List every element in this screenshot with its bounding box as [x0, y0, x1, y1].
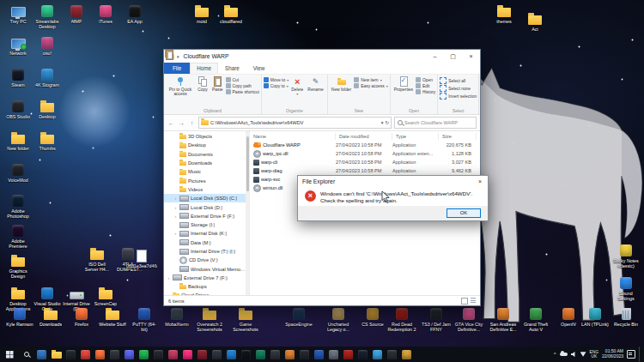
- back-icon[interactable]: ←: [167, 120, 175, 126]
- file-row-warp-diag[interactable]: warp-diag27/04/2023 10:58 PMApplication9…: [250, 166, 480, 175]
- taskbar-app-file-explorer[interactable]: [49, 347, 64, 362]
- taskbar-app-app-17[interactable]: [385, 347, 399, 362]
- volume-icon[interactable]: [571, 352, 577, 357]
- sidebar-item-internal-disk-k[interactable]: ›Internal Disk (K:): [164, 229, 246, 238]
- column-header-date-modified[interactable]: Date modified: [336, 133, 392, 140]
- desktop-icon-aimp[interactable]: AIMP: [62, 4, 91, 24]
- ribbon-button-paste[interactable]: Paste: [210, 75, 225, 108]
- taskbar-app-app-18[interactable]: [399, 347, 414, 362]
- file-row-cloudflare-warp[interactable]: Cloudflare WARP27/04/2023 10:58 PMApplic…: [250, 141, 480, 149]
- sidebar-item-windows-virtual-memory-j[interactable]: Windows Virtual Memory (J:): [164, 264, 246, 273]
- maximize-button[interactable]: ▢: [444, 50, 462, 63]
- sidebar-item-data-m[interactable]: Data (M:): [164, 238, 246, 247]
- scrollbar-thumb[interactable]: [246, 136, 249, 191]
- sidebar-item-storage-i[interactable]: Storage (I:): [164, 220, 246, 229]
- taskbar-app-edge[interactable]: [34, 347, 49, 362]
- desktop-icon-adobe-premiere[interactable]: Adobe Premiere: [3, 224, 33, 249]
- ribbon-button-invert-selection[interactable]: Invert selection: [440, 93, 477, 100]
- ribbon-button-pin-to-quick-access[interactable]: Pin to Quick access: [166, 75, 195, 108]
- desktop-icon-motd[interactable]: motd: [187, 4, 216, 24]
- ribbon-button-select-none[interactable]: Select none: [440, 85, 477, 92]
- desktop-icon-cs-source[interactable]: CS Source: [358, 307, 387, 327]
- desktop-icon-overwatch-2-screenshots[interactable]: Overwatch 2 Screenshots: [195, 307, 224, 332]
- tab-home[interactable]: Home: [190, 63, 218, 74]
- up-icon[interactable]: ↑: [188, 120, 196, 126]
- sidebar-item-internal-drive-t-i[interactable]: Internal Drive (T:) (I:): [164, 247, 246, 256]
- sidebar-item-desktop[interactable]: Desktop: [164, 141, 246, 149]
- ribbon-button-open[interactable]: Open: [416, 77, 435, 82]
- desktop-icon-ts3-def-jam-ffny[interactable]: TS3 / Def Jam FFNY: [422, 307, 451, 332]
- sidebar-item-3d-objects[interactable]: 3D Objects: [164, 132, 246, 141]
- explorer-titlebar[interactable]: ▾ Cloudflare WARP – ▢ ×: [164, 50, 480, 63]
- desktop-icon-san-andreas-definitive-e[interactable]: San Andreas Definitive E...: [489, 307, 518, 332]
- desktop-icon-red-dead-redemption-2[interactable]: Red Dead Redemption 2: [387, 307, 416, 332]
- forward-icon[interactable]: →: [178, 120, 185, 126]
- desktop-icon-downloads[interactable]: Downloads: [36, 307, 65, 327]
- taskbar-app-steam[interactable]: [355, 347, 370, 362]
- taskbar-app-app-7[interactable]: [210, 347, 224, 362]
- taskbar-app-app-12[interactable]: [297, 347, 312, 362]
- taskbar-app-app-14[interactable]: [326, 347, 341, 362]
- desktop-icon-voicemod[interactable]: VoiceMod: [3, 163, 33, 183]
- column-header-name[interactable]: Name: [250, 133, 336, 140]
- tab-view[interactable]: View: [246, 63, 272, 74]
- desktop-icon-trey-pc[interactable]: Trey PC: [3, 4, 33, 24]
- start-button[interactable]: [0, 347, 19, 362]
- taskbar-app-app-1[interactable]: [64, 347, 78, 362]
- desktop-icon-screencap[interactable]: ScreenCap: [91, 287, 120, 306]
- desktop-icon-steam[interactable]: Steam: [3, 68, 33, 87]
- sidebar-item-cd-drive-v[interactable]: CD Drive (V:): [164, 256, 246, 264]
- desktop-icon-itunes[interactable]: iTunes: [91, 4, 120, 24]
- taskbar-app-app-8[interactable]: [239, 347, 253, 362]
- desktop-icon-adobe-photoshop[interactable]: Adobe Photoshop: [3, 194, 33, 219]
- desktop-icon-new-folder[interactable]: New folder: [3, 131, 33, 151]
- ribbon-button-delete[interactable]: Delete▾: [289, 75, 305, 108]
- sidebar-item-external-drive-f-f[interactable]: ›External Drive F (F:): [164, 212, 246, 220]
- dialog-titlebar[interactable]: File Explorer ×: [298, 176, 488, 187]
- ribbon-button-new-item[interactable]: New item▾: [354, 77, 387, 82]
- sidebar-item-pictures[interactable]: Pictures: [164, 176, 246, 184]
- taskbar-app-vscode[interactable]: [224, 347, 239, 362]
- taskbar-app-app-2[interactable]: [107, 347, 122, 362]
- sidebar-item-backups[interactable]: Backups: [164, 282, 246, 291]
- ribbon-button-properties[interactable]: Properties: [392, 75, 415, 108]
- clock[interactable]: 01:50 AM 22/06/2023: [602, 349, 623, 359]
- ribbon-button-move-to[interactable]: Move to▾: [264, 77, 289, 82]
- address-dropdown-icon[interactable]: ▾: [381, 120, 384, 125]
- ribbon-button-history[interactable]: History: [416, 89, 435, 94]
- desktop-icon-4k-stogram[interactable]: 4K Stogram: [33, 68, 62, 87]
- large-icons-view-icon[interactable]: [461, 298, 468, 305]
- search-box[interactable]: Search Cloudflare WARP: [394, 117, 477, 129]
- desktop-icon-cloudflared[interactable]: cloudflared: [216, 4, 246, 24]
- ribbon-button-copy[interactable]: Copy: [196, 75, 210, 108]
- desktop-icon-06d1e3ea7d46d86c5b52fe[interactable]: 06d1e3ea7d46d86c5b52fe: [127, 249, 156, 268]
- desktop-icon-recycle-bin[interactable]: Recycle Bin: [611, 307, 641, 327]
- desktop-icon-sound-settings[interactable]: Sound Settings: [611, 276, 641, 301]
- desktop-icon-website-stuff[interactable]: Website Stuff: [98, 307, 127, 327]
- minimize-button[interactable]: –: [426, 50, 444, 63]
- taskbar-app-app-16[interactable]: [370, 347, 385, 362]
- desktop-icon-osu[interactable]: osu!: [33, 36, 62, 56]
- desktop-icon-mobaxterm[interactable]: MobaXterm: [162, 307, 191, 327]
- sidebar-item-videos[interactable]: Videos: [164, 185, 246, 194]
- desktop-icon-graphics-design[interactable]: Graphics Design: [3, 254, 33, 279]
- desktop-icon-kyle-ramson[interactable]: Kyle Ramson: [5, 307, 34, 327]
- desktop-icon-themes[interactable]: themes: [489, 4, 519, 24]
- taskbar-app-discord[interactable]: [122, 347, 137, 362]
- desktop-icon-network[interactable]: Network: [3, 36, 33, 56]
- desktop-icon-iso-dell-server-h4[interactable]: ISO Dell Server H4...: [82, 247, 112, 272]
- ribbon-button-copy-path[interactable]: Copy path: [226, 83, 259, 88]
- sidebar-scrollbar[interactable]: [246, 131, 249, 295]
- taskbar-app-app-6[interactable]: [195, 347, 210, 362]
- taskbar-app-app-11[interactable]: [283, 347, 297, 362]
- desktop-icon-firefox[interactable]: Firefox: [67, 307, 96, 327]
- column-header-type[interactable]: Type: [392, 133, 439, 140]
- close-button[interactable]: ×: [462, 50, 480, 63]
- ribbon-button-new-folder[interactable]: New folder: [330, 75, 353, 108]
- taskbar-app-app-15[interactable]: [341, 347, 355, 362]
- sidebar-item-external-drive-7-f[interactable]: ›External Drive 7 (F:): [164, 274, 246, 282]
- file-row-warp-ipc-dll[interactable]: warp_ipc.dll27/04/2023 10:58 PMApplicati…: [250, 149, 480, 158]
- tab-share[interactable]: Share: [218, 63, 246, 74]
- desktop-icon-openiv[interactable]: OpenIV: [554, 307, 583, 327]
- desktop-icon-spaceengine[interactable]: SpaceEngine: [284, 307, 313, 327]
